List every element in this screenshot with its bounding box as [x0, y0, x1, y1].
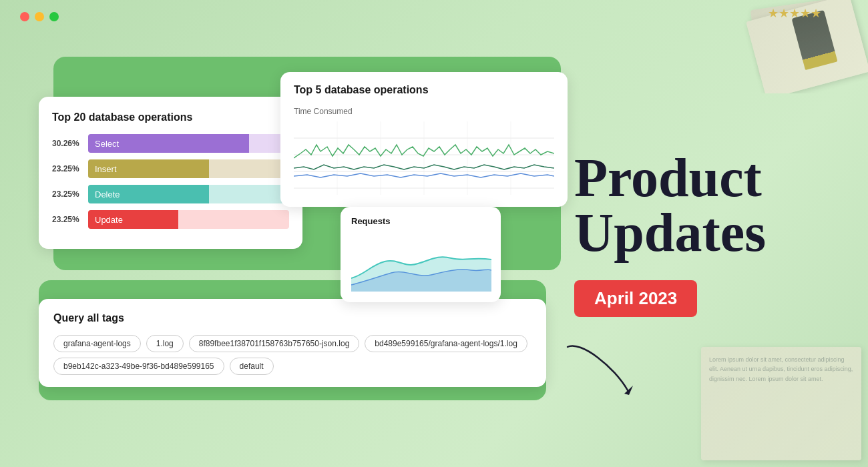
tag-grafana-agent-logs[interactable]: grafana-agent-logs: [53, 335, 141, 352]
bar-row-update: 23.25% Update: [52, 210, 289, 229]
card-query-title: Query all tags: [53, 312, 531, 324]
curved-arrow: [561, 340, 641, 403]
window-chrome: [20, 12, 59, 21]
title-line1: Product: [574, 147, 762, 208]
bar-label-update: Update: [88, 215, 123, 225]
expand-dot[interactable]: [49, 12, 59, 21]
card-top5: Top 5 database operations Time Consumed: [280, 72, 568, 207]
card-requests-title: Requests: [351, 216, 490, 226]
bar-label-delete: Delete: [88, 189, 120, 199]
bottom-right-decoration: Lorem ipsum dolor sit amet, consectetur …: [681, 334, 868, 467]
bar-pct-insert: 23.25%: [52, 164, 83, 173]
bar-row-insert: 23.25% Insert: [52, 159, 289, 178]
bar-container-select: Select: [88, 134, 289, 153]
stars-decoration: ★★★★★: [768, 5, 821, 22]
deco-paper-bottom: Lorem ipsum dolor sit amet, consectetur …: [701, 347, 861, 460]
bar-label-insert: Insert: [88, 164, 117, 174]
card-query: Query all tags grafana-agent-logs 1.log …: [39, 299, 546, 387]
card-requests: Requests: [341, 207, 501, 302]
top5-chart: [294, 121, 554, 195]
bar-label-select: Select: [88, 139, 119, 149]
bar-row-select: 30.26% Select: [52, 134, 289, 153]
bar-pct-select: 30.26%: [52, 139, 83, 148]
tag-1log[interactable]: 1.log: [146, 335, 184, 352]
tag-8f89fbee[interactable]: 8f89fbee1f38701f158763b757650-json.log: [189, 335, 360, 352]
card-top20: Top 20 database operations 30.26% Select…: [39, 97, 302, 249]
tag-bd489e[interactable]: bd489e599165/grafana-agent-logs/1.log: [365, 335, 527, 352]
bar-container-delete: Delete: [88, 185, 289, 203]
bar-pct-update: 23.25%: [52, 215, 83, 224]
card-top5-title: Top 5 database operations: [294, 84, 554, 96]
date-badge: April 2023: [574, 280, 697, 317]
corner-decoration-top-right: ★★★★★: [734, 0, 868, 93]
title-line2: Updates: [574, 202, 766, 263]
tag-row: grafana-agent-logs 1.log 8f89fbee1f38701…: [53, 335, 531, 375]
requests-chart: [351, 231, 491, 292]
card-top20-title: Top 20 database operations: [52, 111, 289, 123]
close-dot[interactable]: [20, 12, 29, 21]
bar-row-delete: 23.25% Delete: [52, 185, 289, 203]
tag-b9eb142c[interactable]: b9eb142c-a323-49be-9f36-bd489e599165: [53, 358, 224, 375]
card-top5-subtitle: Time Consumed: [294, 107, 554, 116]
minimize-dot[interactable]: [35, 12, 44, 21]
bar-container-insert: Insert: [88, 159, 289, 178]
tag-default[interactable]: default: [230, 358, 274, 375]
product-updates-title: Product Updates: [574, 151, 766, 260]
bar-container-update: Update: [88, 210, 289, 229]
bar-pct-delete: 23.25%: [52, 189, 83, 199]
